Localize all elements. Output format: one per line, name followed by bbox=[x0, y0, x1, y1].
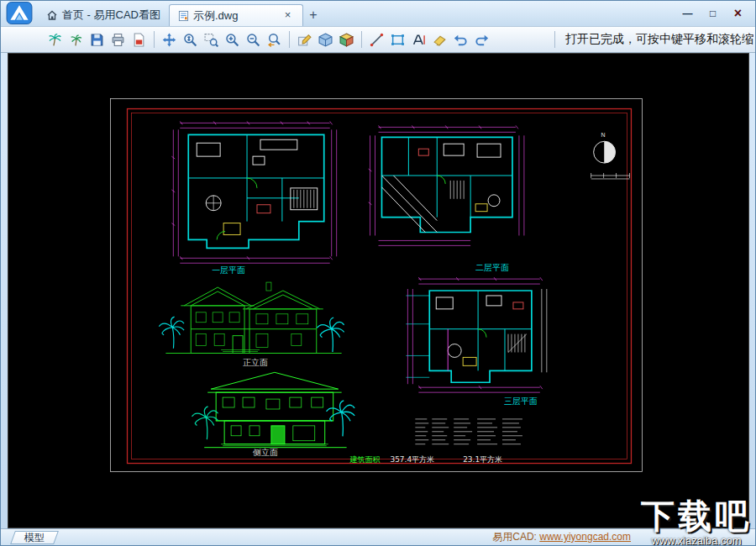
label-elevation-side: 侧立面 bbox=[252, 448, 278, 457]
area-table bbox=[415, 419, 522, 444]
pdf-export-button[interactable] bbox=[129, 29, 150, 50]
text-annotation-button[interactable] bbox=[408, 29, 429, 50]
measure-area-button[interactable] bbox=[387, 29, 408, 50]
text-annotation-icon bbox=[412, 33, 426, 47]
toolbar-separator bbox=[554, 31, 555, 48]
save-button[interactable] bbox=[87, 29, 108, 50]
zoom-window-icon bbox=[204, 33, 218, 47]
toolbar-separator bbox=[154, 31, 155, 48]
label-plan-2: 二层平面 bbox=[475, 263, 509, 272]
app-window: 首页 - 易用CAD看图 示例.dwg × + — □ × bbox=[0, 0, 756, 546]
app-logo-icon bbox=[5, 2, 34, 24]
maximize-button[interactable]: □ bbox=[701, 5, 724, 22]
annotate-icon bbox=[297, 33, 312, 47]
dwg-drawing: N bbox=[8, 54, 748, 528]
cube-3d-color-button[interactable] bbox=[336, 29, 357, 50]
zoom-out-icon bbox=[246, 33, 260, 47]
printer-icon bbox=[111, 33, 125, 47]
label-plan-1: 一层平面 bbox=[212, 265, 245, 275]
caption-area2: 23.1平方米 bbox=[463, 455, 502, 464]
eraser-button[interactable] bbox=[429, 29, 450, 50]
zoom-out-button[interactable] bbox=[243, 29, 264, 50]
model-tab-label: 模型 bbox=[24, 530, 45, 544]
toolbar-separator bbox=[289, 31, 290, 48]
measure-area-icon bbox=[391, 33, 405, 47]
tab-document-label: 示例.dwg bbox=[193, 8, 238, 24]
print-button[interactable] bbox=[108, 29, 129, 50]
toolbar-status-text: 打开已完成，可按中键平移和滚轮缩 bbox=[559, 32, 753, 47]
palm-tree-right bbox=[327, 401, 355, 437]
scale-bar bbox=[591, 173, 630, 179]
zoom-in-button[interactable] bbox=[222, 29, 243, 50]
elevation-side bbox=[192, 372, 354, 447]
pan-icon bbox=[162, 33, 176, 47]
zoom-in-icon bbox=[225, 33, 239, 47]
redo-icon bbox=[475, 33, 489, 47]
pdf-export-icon bbox=[132, 33, 146, 47]
window-controls: — □ × bbox=[676, 5, 749, 22]
title-bar: 首页 - 易用CAD看图 示例.dwg × + — □ × bbox=[1, 1, 755, 26]
model-tab[interactable]: 模型 bbox=[10, 531, 59, 544]
floor-plan-1 bbox=[171, 121, 336, 263]
zoom-previous-icon bbox=[267, 33, 281, 47]
palm-tree-right bbox=[317, 318, 344, 352]
tab-close-button[interactable]: × bbox=[281, 9, 294, 22]
close-button[interactable]: × bbox=[727, 5, 749, 22]
status-bar: 模型 易用CAD: www.yiyongcad.com bbox=[1, 528, 755, 545]
toolbar-separator bbox=[361, 31, 362, 48]
label-plan-3: 三层平面 bbox=[504, 396, 538, 406]
save-icon bbox=[90, 33, 104, 47]
promo-label: 易用CAD: bbox=[492, 531, 537, 543]
palm-tree-left bbox=[159, 317, 184, 349]
undo-button[interactable] bbox=[450, 29, 471, 50]
palm-tree-button[interactable] bbox=[45, 29, 66, 50]
zoom-realtime-button[interactable] bbox=[180, 29, 201, 50]
promo-link[interactable]: www.yiyongcad.com bbox=[539, 531, 631, 543]
tab-document[interactable]: 示例.dwg × bbox=[169, 4, 303, 26]
caption-area1: 357.4平方米 bbox=[390, 455, 434, 464]
zoom-window-button[interactable] bbox=[201, 29, 222, 50]
tab-home-label: 首页 - 易用CAD看图 bbox=[62, 8, 160, 23]
elevation-front bbox=[159, 282, 344, 353]
measure-length-icon bbox=[370, 33, 384, 47]
north-arrow: N bbox=[594, 132, 616, 163]
minimize-button[interactable]: — bbox=[676, 5, 699, 22]
drawing-canvas[interactable]: N bbox=[8, 53, 749, 528]
zoom-realtime-icon bbox=[183, 33, 197, 47]
palm-tree-icon bbox=[48, 33, 62, 47]
tab-home[interactable]: 首页 - 易用CAD看图 bbox=[38, 4, 169, 26]
eraser-icon bbox=[433, 33, 447, 47]
sheet-border bbox=[111, 99, 643, 472]
zoom-previous-button[interactable] bbox=[264, 29, 285, 50]
north-label: N bbox=[601, 132, 606, 138]
home-icon bbox=[46, 9, 58, 21]
drawing-frame-outer bbox=[128, 109, 632, 464]
caption-label: 建筑面积 bbox=[349, 455, 381, 464]
promo-text: 易用CAD: www.yiyongcad.com bbox=[492, 530, 631, 544]
dwg-file-icon bbox=[178, 10, 189, 22]
cube-3d-button[interactable] bbox=[315, 29, 336, 50]
measure-length-button[interactable] bbox=[366, 29, 387, 50]
annotate-button[interactable] bbox=[294, 29, 315, 50]
redo-button[interactable] bbox=[471, 29, 492, 50]
floor-plan-2 bbox=[369, 125, 524, 245]
palm-tree-small-icon bbox=[69, 33, 83, 47]
pan-button[interactable] bbox=[159, 29, 180, 50]
palm-tree-left bbox=[192, 407, 218, 439]
palm-tree-small-button[interactable] bbox=[66, 29, 87, 50]
toolbar: 打开已完成，可按中键平移和滚轮缩 bbox=[1, 26, 755, 53]
cube-3d-color-icon bbox=[339, 33, 354, 47]
floor-plan-3 bbox=[406, 277, 546, 392]
undo-icon bbox=[454, 33, 468, 47]
cube-3d-icon bbox=[318, 33, 333, 47]
new-tab-button[interactable]: + bbox=[303, 6, 323, 24]
label-elevation-front: 正立面 bbox=[243, 358, 268, 367]
